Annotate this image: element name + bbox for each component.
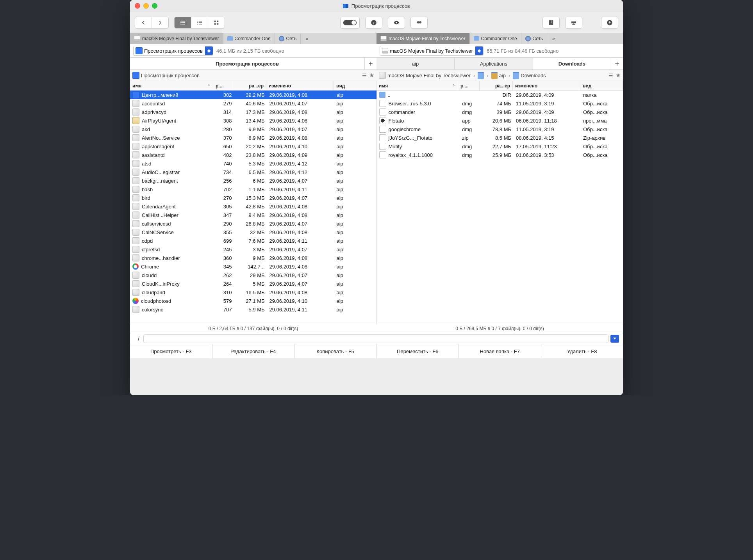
list-icon[interactable]: ☰	[608, 73, 613, 78]
info-button[interactable]: i	[366, 17, 382, 28]
table-row[interactable]: CloudK...inProxy2645 МБ29.06.2019, 4:07a…	[130, 279, 376, 288]
table-row[interactable]: Mutifydmg22,7 МБ17.05.2019, 11:23Обр...и…	[377, 142, 623, 151]
preview-button[interactable]	[388, 17, 405, 28]
panel-tab[interactable]: Downloads	[533, 58, 611, 69]
table-row[interactable]: assistantd40223,8 МБ29.06.2019, 4:09aip	[130, 151, 376, 159]
table-row[interactable]: chrome...handler3609 МБ29.06.2019, 4:08a…	[130, 254, 376, 262]
location-tab[interactable]: macOS Mojave Final by Techsviewer	[130, 33, 223, 44]
fn-button[interactable]: Редактировать - F4	[212, 344, 295, 358]
table-row[interactable]: akd2809,9 МБ29.06.2019, 4:07aip	[130, 125, 376, 133]
panel-tab[interactable]: Applications	[455, 58, 533, 69]
table-row[interactable]: adprivacyd31417,3 МБ29.06.2019, 4:08aip	[130, 108, 376, 116]
connections-button[interactable]	[566, 17, 582, 28]
column-header-name[interactable]: имя⌃	[130, 81, 213, 90]
panel-tab[interactable]: aip	[376, 58, 455, 69]
location-tab[interactable]: Сеть	[275, 33, 301, 44]
fn-button[interactable]: Новая папка - F7	[459, 344, 541, 358]
table-row[interactable]: cloudd26229 МБ29.06.2019, 4:07aip	[130, 271, 376, 279]
table-row[interactable]: atsd7405,3 МБ29.06.2019, 4:12aip	[130, 159, 376, 168]
fn-button[interactable]: Копировать - F5	[294, 344, 377, 358]
file-name: CalendarAgent	[142, 204, 176, 210]
table-row[interactable]: Browser...rus-5.3.0dmg74 МБ11.05.2019, 3…	[377, 99, 623, 108]
location-tab[interactable]: Commander One	[470, 33, 521, 44]
breadcrumb-item[interactable]: macOS Mojave Final by Techsviewer	[387, 73, 471, 78]
table-row[interactable]: callservicesd29026,8 МБ29.06.2019, 4:07a…	[130, 219, 376, 228]
table-row[interactable]: Flotatoapp20,6 МБ06.06.2019, 11:18прог..…	[377, 116, 623, 125]
back-button[interactable]	[135, 17, 152, 28]
fn-button[interactable]: Переместить - F6	[377, 344, 459, 358]
gear-icon	[379, 117, 386, 124]
table-row[interactable]: CallHist...Helper3479,4 МБ29.06.2019, 4:…	[130, 211, 376, 219]
table-row[interactable]: CalNCService35532 МБ29.06.2019, 4:08aip	[130, 228, 376, 236]
table-row[interactable]: Chrome345142,7...29.06.2019, 4:08aip	[130, 262, 376, 271]
command-line-dropdown[interactable]	[610, 335, 619, 343]
column-header-date[interactable]: изменено	[513, 81, 580, 90]
add-tab-button[interactable]: +	[365, 58, 376, 69]
table-row[interactable]: cloudphotosd57927,1 МБ29.06.2019, 4:10ai…	[130, 297, 376, 305]
table-row[interactable]: cfprefsd2453 МБ29.06.2019, 4:07aip	[130, 245, 376, 254]
download-button[interactable]	[601, 17, 618, 28]
column-header-kind[interactable]: вид	[334, 81, 376, 90]
tabs-overflow-button[interactable]: »	[547, 33, 560, 44]
star-icon[interactable]: ★	[369, 72, 374, 79]
column-header-kind[interactable]: вид	[580, 81, 623, 90]
left-pane[interactable]: Центр...млений30239,2 МБ29.06.2019, 4:08…	[130, 91, 377, 324]
table-row[interactable]: commanderdmg39 МБ29.06.2019, 4:09Обр...и…	[377, 108, 623, 116]
table-row[interactable]: AlertNo...Service3708,9 МБ29.06.2019, 4:…	[130, 133, 376, 142]
column-header-size[interactable]: ра...ер	[233, 81, 266, 90]
table-row[interactable]: cloudpaird31016,5 МБ29.06.2019, 4:08aip	[130, 288, 376, 297]
left-freespace-text: 46,1 МБ из 2,15 ГБ свободно	[216, 48, 284, 54]
right-freespace-text: 65,71 ГБ из 84,48 ГБ свободно	[487, 48, 559, 54]
column-header-date[interactable]: изменено	[266, 81, 334, 90]
right-pane[interactable]: ..DIR29.06.2019, 4:09папкаBrowser...rus-…	[377, 91, 623, 324]
table-row[interactable]: jJoYSrzG..._Flotatozip8,5 МБ08.06.2019, …	[377, 133, 623, 142]
table-row[interactable]: ..DIR29.06.2019, 4:09папка	[377, 91, 623, 99]
table-row[interactable]: accountsd27940,6 МБ29.06.2019, 4:07aip	[130, 99, 376, 108]
column-header-size[interactable]: ра...ер	[480, 81, 513, 90]
fn-button[interactable]: Удалить - F8	[541, 344, 623, 358]
cell-kind: aip	[334, 212, 376, 218]
right-location-combo[interactable]: macOS Mojave Final by Techsviewer	[380, 46, 484, 56]
panel-tab[interactable]: Просмотрщик процессов	[130, 58, 365, 69]
table-row[interactable]: AirPlayUIAgent30813,4 МБ29.06.2019, 4:08…	[130, 116, 376, 125]
breadcrumb-item[interactable]: aip	[499, 73, 506, 78]
table-row[interactable]: royaltsx_4.1.1.1000dmg25,9 МБ01.06.2019,…	[377, 151, 623, 159]
location-tab[interactable]: Сеть	[521, 33, 548, 44]
command-line-input[interactable]	[143, 334, 608, 343]
table-row[interactable]: backgr...ntagent2566 МБ29.06.2019, 4:07a…	[130, 176, 376, 185]
search-button[interactable]	[411, 17, 427, 28]
left-location-combo[interactable]: Просмотрщик процессов	[133, 46, 213, 56]
star-icon[interactable]: ★	[616, 72, 621, 79]
table-row[interactable]: bird27015,3 МБ29.06.2019, 4:07aip	[130, 194, 376, 202]
table-row[interactable]: cdpd6997,6 МБ29.06.2019, 4:11aip	[130, 236, 376, 245]
table-row[interactable]: googlechromedmg78,8 МБ11.05.2019, 3:19Об…	[377, 125, 623, 133]
location-tab[interactable]: macOS Mojave Final by Techsviewer	[376, 33, 470, 44]
forward-button[interactable]	[152, 17, 168, 28]
breadcrumb-item[interactable]: Просмотрщик процессов	[141, 73, 200, 78]
column-header-name[interactable]: имя⌃	[376, 81, 458, 90]
view-list-button[interactable]	[191, 17, 208, 28]
table-row[interactable]: AudioC...egistrar7346,5 МБ29.06.2019, 4:…	[130, 168, 376, 176]
table-row[interactable]: colorsync7075,9 МБ29.06.2019, 4:11aip	[130, 305, 376, 314]
list-icon[interactable]: ☰	[362, 73, 367, 78]
table-row[interactable]: bash7021,1 МБ29.06.2019, 4:11aip	[130, 185, 376, 194]
cell-date: 29.06.2019, 4:09	[514, 109, 581, 115]
tabs-overflow-button[interactable]: »	[301, 33, 313, 44]
command-line: /	[130, 333, 623, 344]
table-row[interactable]: appstoreagent65020,2 МБ29.06.2019, 4:10a…	[130, 142, 376, 151]
svg-rect-11	[199, 24, 202, 25]
column-header-pid[interactable]: р....	[213, 81, 233, 90]
column-header-ext[interactable]: р....	[458, 81, 480, 90]
table-row[interactable]: Центр...млений30239,2 МБ29.06.2019, 4:08…	[130, 91, 376, 99]
archive-button[interactable]	[543, 17, 559, 28]
cell-ext: app	[460, 118, 481, 124]
location-tab[interactable]: Commander One	[223, 33, 275, 44]
view-grid-button[interactable]	[208, 17, 225, 28]
add-tab-button[interactable]: +	[611, 58, 623, 69]
fn-button[interactable]: Просмотреть - F3	[130, 344, 212, 358]
monitor-icon	[132, 72, 139, 79]
breadcrumb-item[interactable]: Downloads	[521, 73, 546, 78]
table-row[interactable]: CalendarAgent30542,8 МБ29.06.2019, 4:08a…	[130, 202, 376, 211]
toggle-switch-button[interactable]	[341, 17, 359, 28]
view-columns-button[interactable]	[175, 17, 191, 28]
